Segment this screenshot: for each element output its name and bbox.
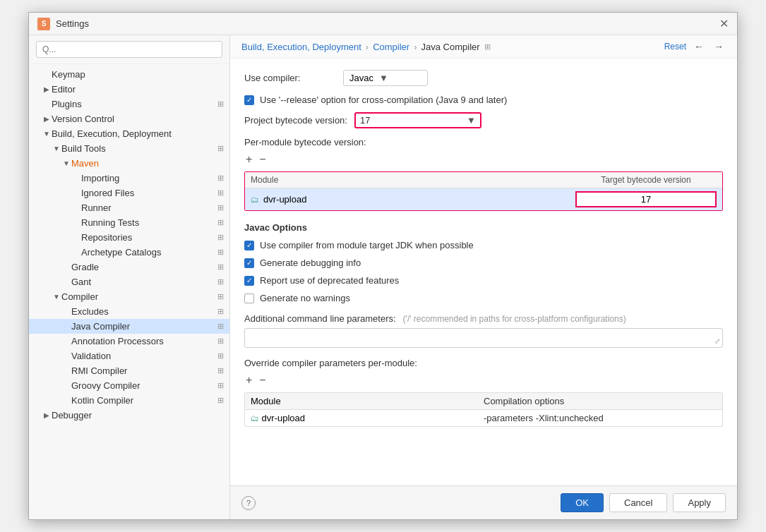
- breadcrumb-compiler[interactable]: Compiler: [373, 42, 409, 52]
- sidebar-item-version-control[interactable]: ▶ Version Control: [29, 111, 229, 126]
- sidebar-item-repositories[interactable]: Repositories ⊞: [29, 230, 229, 245]
- sidebar-label: Validation: [71, 351, 217, 361]
- sidebar-item-editor[interactable]: ▶ Editor: [29, 82, 229, 97]
- gear-icon: ⊞: [217, 277, 224, 286]
- javac-option-1-row: ✓ Use compiler from module target JDK wh…: [244, 240, 723, 250]
- javac-option-3-row: ✓ Report use of deprecated features: [244, 275, 723, 286]
- nav-back-button[interactable]: ←: [692, 41, 706, 52]
- compiler-select[interactable]: Javac ▼: [343, 70, 428, 86]
- dialog-footer: ? OK Cancel Apply: [230, 485, 737, 519]
- checkmark-icon: ✓: [246, 277, 252, 284]
- use-release-checkbox[interactable]: ✓: [244, 95, 254, 105]
- cancel-button[interactable]: Cancel: [609, 493, 667, 512]
- sidebar-item-validation[interactable]: Validation ⊞: [29, 349, 229, 363]
- override-table: Module Compilation options 🗂 dvr-upload …: [244, 392, 723, 427]
- sidebar-label: Excludes: [71, 306, 217, 317]
- sidebar-item-maven[interactable]: ▼ Maven: [29, 156, 229, 171]
- javac-option-3-checkbox[interactable]: ✓: [244, 276, 254, 286]
- main-content: Keymap ▶ Editor Plugins ⊞ ▶ Version Cont…: [29, 35, 737, 519]
- arrow-icon: ▼: [52, 145, 61, 152]
- sidebar-tree: Keymap ▶ Editor Plugins ⊞ ▶ Version Cont…: [29, 64, 229, 519]
- compiler-value: Javac: [349, 73, 373, 83]
- sidebar-item-excludes[interactable]: Excludes ⊞: [29, 304, 229, 319]
- javac-option-4-row: Generate no warnings: [244, 293, 723, 303]
- expand-icon: ⤢: [714, 337, 720, 345]
- sidebar-item-ignored-files[interactable]: Ignored Files ⊞: [29, 186, 229, 200]
- footer-buttons: OK Cancel Apply: [561, 493, 726, 512]
- sidebar-label: Maven: [71, 158, 224, 169]
- arrow-icon: ▶: [42, 411, 52, 419]
- window-title: Settings: [56, 18, 89, 29]
- sidebar-item-importing[interactable]: Importing ⊞: [29, 171, 229, 186]
- module-version-input[interactable]: 17: [575, 191, 717, 207]
- bytecode-arrow-icon: ▼: [467, 115, 476, 126]
- javac-section: Javac Options ✓ Use compiler from module…: [244, 222, 723, 427]
- override-options-cell: -parameters -Xlint:unchecked: [484, 413, 717, 423]
- arrow-icon: ▶: [42, 85, 52, 93]
- sidebar-item-gradle[interactable]: Gradle ⊞: [29, 260, 229, 274]
- override-options-col-header: Compilation options: [484, 396, 717, 406]
- javac-option-1-label: Use compiler from module target JDK when…: [260, 240, 474, 250]
- params-input[interactable]: [244, 328, 723, 348]
- sidebar-item-gant[interactable]: Gant ⊞: [29, 274, 229, 289]
- sidebar-label: Groovy Compiler: [71, 380, 217, 391]
- override-table-row[interactable]: 🗂 dvr-upload -parameters -Xlint:unchecke…: [245, 410, 722, 426]
- reset-link[interactable]: Reset: [664, 42, 686, 52]
- sidebar-item-rmi-compiler[interactable]: RMI Compiler ⊞: [29, 363, 229, 378]
- sidebar-item-running-tests[interactable]: Running Tests ⊞: [29, 215, 229, 230]
- sidebar-item-annotation-processors[interactable]: Annotation Processors ⊞: [29, 334, 229, 349]
- gear-icon: ⊞: [217, 203, 224, 212]
- javac-option-4-checkbox[interactable]: [244, 294, 254, 303]
- search-input[interactable]: [36, 41, 222, 58]
- sidebar-item-java-compiler[interactable]: Java Compiler ⊞: [29, 319, 229, 334]
- sidebar-label: Repositories: [81, 232, 217, 243]
- module-table-row[interactable]: 🗂 dvr-upload 17: [245, 188, 722, 210]
- checkmark-icon: ✓: [246, 241, 252, 249]
- arrow-icon: ▼: [42, 130, 52, 138]
- javac-option-2-checkbox[interactable]: ✓: [244, 258, 254, 268]
- sidebar-label: Gant: [71, 277, 217, 287]
- bytecode-dropdown[interactable]: 17 ▼: [354, 112, 481, 128]
- close-button[interactable]: ✕: [719, 17, 729, 30]
- checkmark-icon: ✓: [246, 259, 252, 267]
- breadcrumb-sep2: ›: [414, 42, 417, 52]
- javac-option-1-checkbox[interactable]: ✓: [244, 241, 254, 250]
- module-table-header: Module Target bytecode version: [245, 172, 722, 188]
- remove-module-button[interactable]: −: [258, 153, 267, 166]
- sidebar-item-archetype-catalogs[interactable]: Archetype Catalogs ⊞: [29, 245, 229, 260]
- sidebar: Keymap ▶ Editor Plugins ⊞ ▶ Version Cont…: [29, 35, 230, 519]
- breadcrumb-current: Java Compiler: [421, 42, 480, 52]
- help-button[interactable]: ?: [241, 496, 256, 510]
- sidebar-item-plugins[interactable]: Plugins ⊞: [29, 97, 229, 111]
- bytecode-value: 17: [360, 115, 462, 126]
- breadcrumb-build[interactable]: Build, Execution, Deployment: [241, 42, 361, 52]
- apply-button[interactable]: Apply: [673, 493, 726, 512]
- remove-override-button[interactable]: −: [258, 374, 267, 387]
- sidebar-item-build-execution[interactable]: ▼ Build, Execution, Deployment: [29, 126, 229, 141]
- version-col-header: Target bytecode version: [575, 175, 717, 185]
- add-override-button[interactable]: +: [244, 374, 253, 387]
- right-panel: Build, Execution, Deployment › Compiler …: [230, 35, 737, 519]
- sidebar-item-debugger[interactable]: ▶ Debugger: [29, 408, 229, 423]
- params-label-row: Additional command line parameters: ('/'…: [244, 313, 723, 324]
- sidebar-label: Kotlin Compiler: [71, 395, 217, 406]
- nav-forward-button[interactable]: →: [712, 41, 726, 52]
- module-table: Module Target bytecode version 🗂 dvr-upl…: [244, 171, 723, 211]
- javac-option-2-label: Generate debugging info: [260, 258, 361, 268]
- gear-icon: ⊞: [217, 307, 224, 316]
- params-input-container: ⤢: [244, 328, 723, 348]
- sidebar-label: Archetype Catalogs: [81, 247, 217, 258]
- sidebar-item-groovy-compiler[interactable]: Groovy Compiler ⊞: [29, 378, 229, 393]
- sidebar-item-compiler[interactable]: ▼ Compiler ⊞: [29, 289, 229, 304]
- use-release-checkbox-row: ✓ Use '--release' option for cross-compi…: [244, 95, 723, 105]
- breadcrumb: Build, Execution, Deployment › Compiler …: [230, 35, 737, 59]
- sidebar-item-runner[interactable]: Runner ⊞: [29, 200, 229, 215]
- module-toolbar: + −: [244, 153, 723, 166]
- sidebar-label: Ignored Files: [81, 188, 217, 198]
- ok-button[interactable]: OK: [561, 493, 604, 512]
- sidebar-item-kotlin-compiler[interactable]: Kotlin Compiler ⊞: [29, 393, 229, 408]
- gear-icon: ⊞: [217, 248, 224, 257]
- sidebar-item-keymap[interactable]: Keymap: [29, 67, 229, 82]
- add-module-button[interactable]: +: [244, 153, 253, 166]
- sidebar-item-build-tools[interactable]: ▼ Build Tools ⊞: [29, 141, 229, 156]
